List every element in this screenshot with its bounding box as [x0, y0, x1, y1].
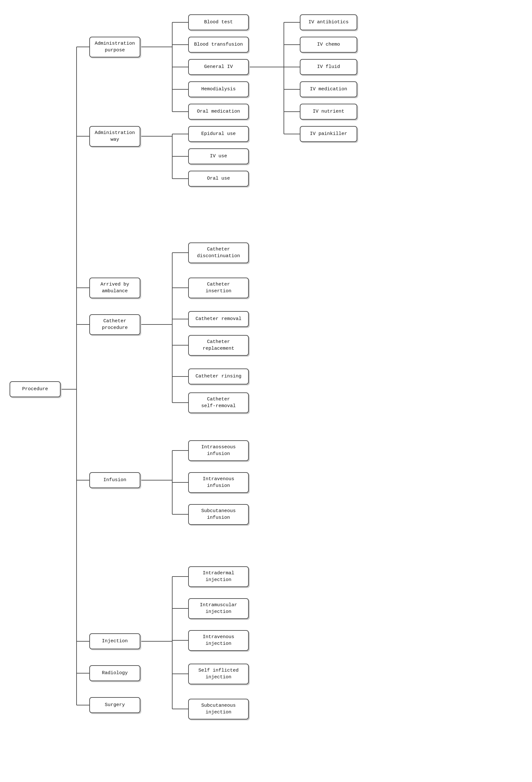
node-intravenous_infusion: Intravenous infusion: [188, 472, 249, 493]
node-admin_purpose: Administration purpose: [89, 37, 140, 58]
node-blood_test: Blood test: [188, 14, 249, 30]
node-infusion: Infusion: [89, 472, 140, 488]
node-radiology: Radiology: [89, 665, 140, 681]
node-catheter_discontinuation: Catheter discontinuation: [188, 243, 249, 263]
node-iv_use: IV use: [188, 148, 249, 164]
node-general_iv: General IV: [188, 59, 249, 75]
node-intradermal_injection: Intradermal injection: [188, 566, 249, 587]
node-self_inflicted_injection: Self inflicted injection: [188, 664, 249, 684]
node-oral_use: Oral use: [188, 171, 249, 187]
node-catheter_removal: Catheter removal: [188, 311, 249, 327]
node-catheter_insertion: Catheter insertion: [188, 278, 249, 298]
node-oral_medication: Oral medication: [188, 104, 249, 120]
node-iv_antibiotics: IV antibiotics: [300, 14, 357, 30]
node-intravenous_injection: Intravenous injection: [188, 630, 249, 651]
node-iv_painkiller: IV painkiller: [300, 126, 357, 142]
node-intramuscular_injection: Intramuscular injection: [188, 598, 249, 619]
node-hemodialysis: Hemodialysis: [188, 81, 249, 97]
tree-diagram: ProcedureAdministration purposeAdministr…: [0, 0, 532, 782]
connectors-svg: [0, 0, 532, 782]
node-subcutaneous_infusion: Subcutaneous infusion: [188, 504, 249, 525]
node-procedure: Procedure: [9, 381, 61, 397]
node-catheter_self_removal: Catheter self-removal: [188, 392, 249, 413]
node-intraosseous_infusion: Intraosseous infusion: [188, 440, 249, 461]
node-iv_medication: IV medication: [300, 81, 357, 97]
node-blood_transfusion: Blood transfusion: [188, 37, 249, 52]
node-iv_nutrient: IV nutrient: [300, 104, 357, 120]
node-iv_fluid: IV fluid: [300, 59, 357, 75]
node-surgery: Surgery: [89, 697, 140, 713]
node-subcutaneous_injection: Subcutaneous injection: [188, 699, 249, 719]
node-admin_way: Administration way: [89, 126, 140, 147]
node-catheter_replacement: Catheter replacement: [188, 335, 249, 356]
node-catheter_rinsing: Catheter rinsing: [188, 368, 249, 385]
node-injection: Injection: [89, 633, 140, 649]
node-arrived_ambulance: Arrived by ambulance: [89, 278, 140, 298]
node-iv_chemo: IV chemo: [300, 37, 357, 52]
node-catheter_procedure: Catheter procedure: [89, 314, 140, 335]
node-epidural_use: Epidural use: [188, 126, 249, 142]
